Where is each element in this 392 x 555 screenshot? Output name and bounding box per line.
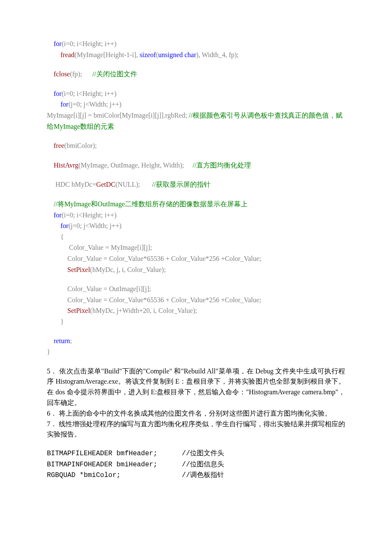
code-line: for(i=0; i<Height; i++) [47, 88, 345, 99]
code-line: Color_Value = Color_Value*65536 + Color_… [47, 253, 345, 264]
code-line: for(j=0; j<Width; j++) [47, 220, 345, 231]
code-line: Color_Value = OutImage[i][j]; [47, 283, 345, 295]
code-line: for(j=0; j<Width; j++) [47, 99, 345, 110]
struct-line: BITMAPFILEHEADER bmfHeader; //位图文件头 [47, 448, 345, 460]
code-line: SetPixel(hMyDc, j, i, Color_Value); [47, 264, 345, 275]
code-line: fclose(fp); //关闭位图文件 [47, 69, 345, 80]
code-line: for(i=0; i<Height; i++) [47, 210, 345, 221]
paragraph-5: 5． 依次点击菜单"Build"下面的"Compile" 和"Rebuild A… [47, 366, 345, 408]
code-line: free(bmiColor); [47, 140, 345, 151]
code-line: Color_Value = Color_Value*65536 + Color_… [47, 295, 345, 306]
paragraph-6: 6． 将上面的命令中的文件名换成其他的位图文件名，分别对这些图片进行直方图均衡化… [47, 408, 345, 419]
code-line: { [47, 231, 345, 243]
paragraph-7: 7． 线性增强处理程序的编写与直方图均衡化程序类似，学生自行编写，得出实验结果并… [47, 419, 345, 440]
struct-line: BITMAPINFOHEADER bmiHeader; //位图信息头 [47, 460, 345, 471]
code-line: HistAvrg(MyImage, OutImage, Height, Widt… [47, 160, 345, 171]
code-line: //将MyImage和OutImage二维数组所存储的图像数据显示在屏幕上 [47, 199, 345, 210]
code-line: return; [47, 335, 345, 347]
code-line: SetPixel(hMyDc, j+Width+20, i, Color_Val… [47, 305, 345, 316]
code-line: MyImage[i][j] = bmiColor[MyImage[i][j]].… [47, 110, 345, 132]
code-line: fread(MyImage[Height-1-i], sizeof(unsign… [47, 49, 345, 61]
code-line: for(i=0; i<Height; i++) [47, 38, 345, 49]
code-line: } [47, 316, 345, 327]
code-line: Color_Value = MyImage[i][j]; [47, 242, 345, 253]
struct-line: RGBQUAD *bmiColor; //调色板指针 [47, 470, 345, 481]
code-line: } [47, 347, 345, 358]
code-line: HDC hMyDc=GetDC(NULL); //获取显示屏的指针 [47, 179, 345, 190]
